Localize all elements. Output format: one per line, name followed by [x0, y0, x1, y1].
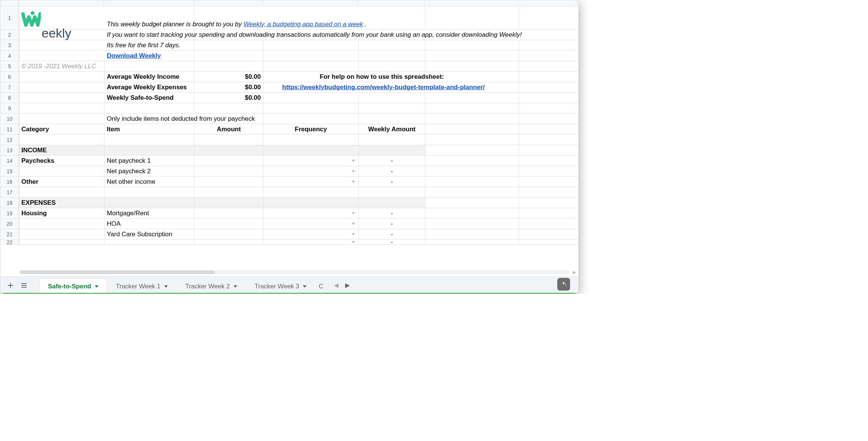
cell[interactable] — [195, 114, 263, 124]
row-number[interactable]: 10 — [0, 114, 19, 124]
row-number[interactable]: 13 — [0, 145, 19, 156]
row-number[interactable]: 7 — [0, 82, 19, 93]
row-number[interactable]: 17 — [0, 187, 19, 198]
cell[interactable] — [105, 240, 195, 245]
cell[interactable] — [195, 103, 263, 114]
row-number[interactable]: 12 — [0, 135, 19, 145]
cell[interactable] — [359, 187, 425, 198]
frequency-dropdown[interactable] — [263, 177, 359, 187]
cell[interactable] — [519, 40, 578, 51]
avg-weekly-expenses-label[interactable]: Average Weekly Expenses — [105, 82, 195, 93]
row-number[interactable]: 19 — [0, 208, 19, 219]
cell[interactable] — [519, 166, 578, 177]
avg-weekly-income-value[interactable]: $0.00 — [195, 72, 263, 82]
cell[interactable] — [195, 40, 263, 51]
cell[interactable] — [519, 61, 578, 72]
cell[interactable] — [359, 30, 425, 40]
cell[interactable] — [425, 114, 519, 124]
amount-cell[interactable] — [195, 166, 263, 177]
weekly-amount-cell[interactable]: - — [359, 208, 425, 219]
cell[interactable] — [263, 145, 359, 156]
cell[interactable] — [519, 30, 578, 40]
cell[interactable] — [425, 198, 519, 208]
cell[interactable] — [263, 103, 359, 114]
cell[interactable] — [425, 177, 519, 187]
cell[interactable] — [19, 240, 105, 245]
cell[interactable] — [105, 198, 195, 208]
cell[interactable] — [425, 40, 519, 51]
cell[interactable] — [519, 177, 578, 187]
weekly-amount-cell[interactable]: - — [359, 166, 425, 177]
amount-cell[interactable] — [195, 156, 263, 166]
cell[interactable] — [519, 145, 578, 156]
cell[interactable] — [519, 124, 578, 135]
cell[interactable] — [519, 114, 578, 124]
row-number[interactable]: 21 — [0, 229, 19, 240]
amount-cell[interactable] — [195, 177, 263, 187]
row-number[interactable]: 3 — [0, 40, 19, 51]
cell[interactable] — [263, 198, 359, 208]
avg-weekly-expenses-value[interactable]: $0.00 — [195, 82, 263, 93]
all-sheets-button[interactable] — [18, 280, 30, 291]
cell[interactable] — [519, 187, 578, 198]
cell[interactable] — [195, 145, 263, 156]
frequency-dropdown[interactable] — [263, 208, 359, 219]
cell[interactable] — [105, 187, 195, 198]
cell[interactable] — [519, 51, 578, 61]
explore-button[interactable] — [557, 278, 570, 291]
intro-line-2[interactable]: If you want to start tracking your spend… — [105, 30, 195, 40]
cell[interactable] — [263, 6, 359, 30]
row-number[interactable]: 11 — [0, 124, 19, 135]
row-number[interactable]: 8 — [0, 93, 19, 103]
cell[interactable] — [519, 208, 578, 219]
cell[interactable] — [19, 135, 105, 145]
tab-scroll-right-icon[interactable]: ▶ — [345, 282, 350, 289]
cell[interactable] — [359, 145, 425, 156]
row-number[interactable]: 20 — [0, 219, 19, 229]
cell[interactable] — [425, 156, 519, 166]
cell[interactable] — [263, 135, 359, 145]
item-net-paycheck-2[interactable]: Net paycheck 2 — [105, 166, 195, 177]
col-header-d[interactable] — [263, 0, 358, 6]
item-net-other-income[interactable]: Net other income — [105, 177, 195, 187]
category-housing[interactable]: Housing — [19, 208, 105, 219]
cell[interactable] — [19, 82, 105, 93]
add-sheet-button[interactable] — [5, 280, 16, 291]
col-header-f[interactable] — [425, 0, 518, 6]
cell[interactable] — [19, 114, 105, 124]
col-header-e[interactable] — [358, 0, 425, 6]
cell[interactable] — [425, 30, 519, 40]
row-number[interactable]: 22 — [0, 240, 19, 245]
cell[interactable] — [359, 198, 425, 208]
scrollbar-thumb[interactable] — [20, 270, 215, 274]
scrollbar-right-arrow-icon[interactable]: ▶ — [573, 270, 576, 275]
cell[interactable] — [19, 166, 105, 177]
cell[interactable] — [263, 93, 359, 103]
item-mortgage-rent[interactable]: Mortgage/Rent — [105, 208, 195, 219]
item-hoa[interactable]: HOA — [105, 219, 195, 229]
cell[interactable] — [519, 72, 578, 82]
category-paychecks[interactable]: Paychecks — [19, 156, 105, 166]
cell[interactable] — [519, 93, 578, 103]
horizontal-scrollbar[interactable]: ▶ — [20, 270, 569, 275]
cell[interactable] — [359, 72, 425, 82]
copyright[interactable]: © 2019 -2021 Weekly LLC — [19, 61, 105, 72]
cell[interactable] — [359, 114, 425, 124]
row-number[interactable]: 18 — [0, 198, 19, 208]
cell[interactable] — [263, 187, 359, 198]
intro-line-1[interactable]: This weekly budget planner is brought to… — [105, 6, 195, 30]
cell[interactable] — [425, 61, 519, 72]
cell[interactable] — [359, 40, 425, 51]
cell[interactable] — [19, 51, 105, 61]
cell[interactable] — [519, 6, 578, 30]
cell[interactable] — [425, 6, 519, 30]
cell[interactable] — [105, 135, 195, 145]
cell[interactable] — [425, 145, 519, 156]
cell[interactable] — [425, 187, 519, 198]
cell[interactable] — [425, 51, 519, 61]
col-header-b[interactable] — [104, 0, 194, 6]
section-expenses[interactable]: EXPENSES — [19, 198, 105, 208]
cell[interactable] — [195, 135, 263, 145]
cell[interactable] — [519, 219, 578, 229]
frequency-dropdown[interactable] — [263, 240, 359, 245]
